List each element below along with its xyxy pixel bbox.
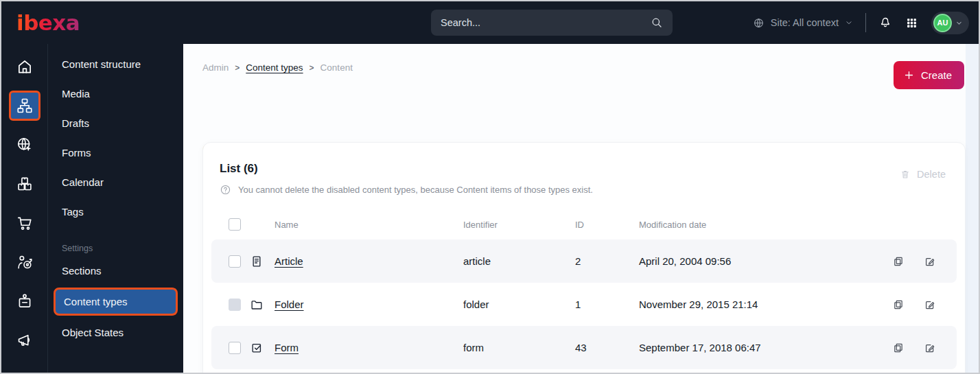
column-header-name: Name: [275, 220, 463, 230]
copy-button[interactable]: [883, 296, 914, 314]
edit-button[interactable]: [914, 253, 946, 270]
cell-id: 43: [575, 342, 639, 353]
list-info-text: You cannot delete the disabled content t…: [238, 185, 593, 195]
sidebar-item-label: Sections: [62, 265, 102, 277]
list-title: List (6): [220, 162, 946, 176]
delete-button-label: Delete: [917, 169, 946, 180]
rail-item-site[interactable]: [1, 125, 47, 164]
promotions-megaphone-icon: [16, 331, 34, 349]
app-grid-button[interactable]: [906, 17, 918, 29]
cell-modification-date: April 20, 2004 09:56: [639, 255, 883, 267]
content-tree-icon: [16, 97, 34, 115]
form-checkbox-icon: [250, 341, 275, 355]
row-checkbox[interactable]: [229, 255, 241, 268]
rail-item-commerce[interactable]: [1, 203, 47, 242]
search-input[interactable]: [441, 17, 651, 28]
search-icon[interactable]: [651, 16, 663, 29]
sidebar-item-label: Content structure: [62, 58, 141, 70]
sidebar-item-label: Calendar: [62, 176, 104, 188]
rail-item-promotions[interactable]: [1, 320, 47, 360]
table-row: Folder folder 1 November 29, 2015 21:14: [211, 283, 957, 326]
topbar-right-cluster: Site: All context AU: [753, 1, 969, 44]
breadcrumb-separator: >: [235, 63, 240, 73]
plus-icon: [903, 69, 915, 81]
chevron-down-icon: [845, 19, 853, 27]
breadcrumb: Admin > Content types > Content: [202, 62, 353, 73]
cell-modification-date: November 29, 2015 21:14: [639, 299, 883, 310]
article-document-icon: [250, 255, 275, 268]
breadcrumb-item-content: Content: [320, 62, 353, 73]
scrollbar-track[interactable]: [966, 44, 979, 373]
copy-icon: [892, 342, 905, 354]
rail-item-content-active[interactable]: [1, 86, 47, 125]
cell-identifier: article: [463, 255, 575, 267]
sidebar-item-drafts[interactable]: Drafts: [48, 108, 183, 138]
sidebar-item-content-types-active[interactable]: Content types: [54, 288, 178, 316]
cell-identifier: folder: [463, 299, 575, 310]
content-type-link[interactable]: Folder: [275, 299, 304, 310]
select-all-checkbox[interactable]: [229, 218, 241, 231]
create-button[interactable]: Create: [894, 61, 964, 89]
create-button-label: Create: [921, 69, 952, 81]
site-selector-label: Site: All context: [771, 17, 839, 28]
home-icon: [16, 58, 34, 75]
sidebar-item-label: Media: [62, 88, 90, 100]
edit-icon: [924, 299, 936, 311]
commerce-cart-icon: [16, 214, 34, 232]
cell-modification-date: September 17, 2018 06:47: [639, 342, 883, 353]
ibexa-admin-screen: ibexa Site: All context: [0, 0, 980, 374]
sidebar-item-sections[interactable]: Sections: [48, 256, 183, 285]
chevron-down-icon: [955, 19, 963, 27]
content-types-list-card: List (6) You cannot delete the disabled …: [202, 142, 966, 374]
active-rail-annotation: [9, 91, 40, 121]
rail-item-products[interactable]: [1, 164, 47, 203]
sidebar-item-label: Object States: [62, 327, 124, 338]
personalization-target-icon: [16, 253, 34, 271]
row-checkbox[interactable]: [229, 342, 241, 354]
topbar: ibexa Site: All context: [1, 1, 979, 44]
site-globe-icon: [16, 136, 34, 154]
sidebar-item-calendar[interactable]: Calendar: [48, 167, 183, 197]
notifications-bell-button[interactable]: [878, 16, 892, 30]
user-menu[interactable]: AU: [931, 12, 969, 34]
rail-item-personalization[interactable]: [1, 242, 47, 281]
rail-item-corporate[interactable]: [1, 281, 47, 320]
site-context-selector[interactable]: Site: All context: [753, 17, 853, 29]
edit-button[interactable]: [914, 296, 946, 314]
sidebar-item-forms[interactable]: Forms: [48, 138, 183, 167]
breadcrumb-item-admin: Admin: [202, 62, 229, 73]
rail-item-dashboard[interactable]: [1, 47, 47, 86]
cell-identifier: form: [463, 342, 575, 353]
sidebar-item-content-structure[interactable]: Content structure: [48, 49, 183, 79]
copy-button[interactable]: [883, 339, 914, 357]
sidebar-item-tags[interactable]: Tags: [48, 197, 183, 226]
avatar: AU: [933, 14, 952, 32]
sidebar-item-label: Forms: [62, 147, 91, 159]
sidebar-menu: Content structure Media Drafts Forms Cal…: [47, 44, 183, 373]
content-types-table: Name Identifier ID Modification date Art…: [211, 209, 957, 369]
column-header-id: ID: [575, 220, 639, 230]
topbar-divider: [865, 13, 866, 32]
corporate-badge-icon: [16, 292, 34, 310]
delete-button[interactable]: Delete: [900, 169, 946, 180]
products-boxes-icon: [16, 175, 34, 193]
sidebar-item-object-states[interactable]: Object States: [48, 318, 183, 347]
content-type-link[interactable]: Form: [275, 342, 299, 353]
ibexa-logo[interactable]: ibexa: [16, 10, 80, 35]
sidebar-item-label: Drafts: [62, 117, 89, 129]
content-type-link[interactable]: Article: [275, 255, 303, 267]
sidebar-item-label: Tags: [62, 206, 84, 218]
breadcrumb-separator: >: [310, 63, 314, 73]
folder-icon: [250, 298, 275, 312]
copy-icon: [892, 255, 905, 268]
sidebar-item-media[interactable]: Media: [48, 79, 183, 108]
edit-icon: [924, 342, 936, 354]
column-header-modification-date: Modification date: [639, 220, 883, 230]
icon-rail: [1, 44, 47, 373]
copy-button[interactable]: [883, 253, 914, 270]
edit-button[interactable]: [914, 339, 946, 357]
question-circle-icon: [220, 184, 231, 196]
breadcrumb-link-content-types[interactable]: Content types: [246, 62, 303, 73]
table-row: Form form 43 September 17, 2018 06:47: [211, 326, 957, 369]
global-search[interactable]: [431, 10, 673, 36]
